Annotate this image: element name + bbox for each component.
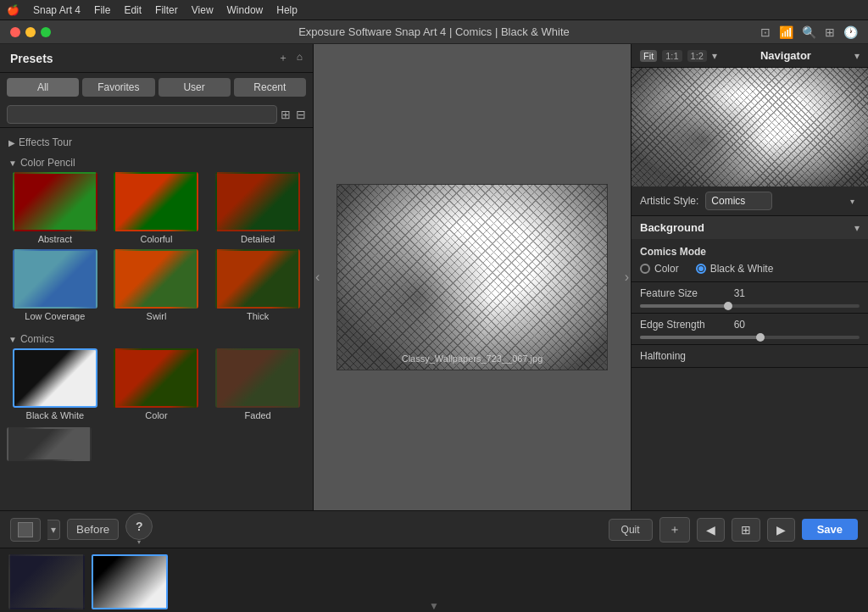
preset-abstract[interactable]: Abstract <box>7 172 103 244</box>
edge-strength-track[interactable] <box>640 336 860 339</box>
edit-menu[interactable]: Edit <box>124 4 142 16</box>
search-icons: ⊞ ⊟ <box>281 108 306 121</box>
zoom-1-1[interactable]: 1:1 <box>662 50 682 62</box>
zoom-1-2[interactable]: 1:2 <box>687 50 707 62</box>
artistic-style-select[interactable]: Comics Color Pencil Watercolor <box>705 192 772 210</box>
preview-dropdown[interactable]: ▾ <box>47 520 60 540</box>
preset-partial[interactable] <box>7 427 92 461</box>
title-bar: Exposure Software Snap Art 4 | Comics | … <box>0 20 868 44</box>
layout-button[interactable]: ⊞ <box>732 518 760 542</box>
preset-thumb-bw <box>13 348 97 408</box>
close-button[interactable] <box>10 27 20 37</box>
halftoning-label: Halftoning <box>640 350 686 362</box>
feature-size-track[interactable] <box>640 304 860 308</box>
tab-all[interactable]: All <box>7 78 79 97</box>
section-comics[interactable]: ▼ Comics <box>7 328 306 348</box>
save-button[interactable]: Save <box>802 519 858 540</box>
back-button[interactable]: ◀ <box>697 518 725 542</box>
help-menu[interactable]: Help <box>276 4 298 16</box>
preset-faded[interactable]: Faded <box>209 348 306 420</box>
navigator-title: Navigator <box>760 49 811 62</box>
radio-group: Color Black & White <box>640 263 860 275</box>
edge-strength-value: 60 <box>721 319 745 331</box>
preset-thumb-partial <box>7 427 92 461</box>
filmstrip-expand-arrow[interactable]: ▼ <box>429 600 439 612</box>
preview-button[interactable] <box>10 518 41 542</box>
preset-label-detailed: Detailed <box>241 234 275 244</box>
filmstrip-item-2[interactable] <box>92 554 168 609</box>
preset-label-colorful: Colorful <box>141 234 173 244</box>
filter-menu[interactable]: Filter <box>155 4 178 16</box>
main-layout: Presets ＋ ⌂ All Favorites User Recent ⊞ … <box>0 44 868 510</box>
artistic-style-label: Artistic Style: <box>640 195 698 207</box>
comics-label: Comics <box>20 333 54 345</box>
preset-bw[interactable]: Black & White <box>7 348 103 420</box>
comics-mode-label: Comics Mode <box>640 246 860 258</box>
preset-low-coverage[interactable]: Low Coverage <box>7 249 103 321</box>
controls-icon[interactable]: ⊞ <box>825 25 835 39</box>
preset-colorful[interactable]: Colorful <box>108 172 205 244</box>
search-bar: ⊞ ⊟ <box>0 102 313 128</box>
edge-strength-thumb[interactable] <box>756 333 765 342</box>
search-icon[interactable]: 🔍 <box>802 25 816 39</box>
apple-menu[interactable]: 🍎 <box>7 4 19 16</box>
grid-large-icon[interactable]: ⊟ <box>296 108 306 121</box>
window-menu[interactable]: Window <box>227 4 264 16</box>
window-title: Exposure Software Snap Art 4 | Comics | … <box>298 25 570 38</box>
bw-image-content <box>337 185 607 370</box>
navigator-thumbnail <box>632 68 868 186</box>
edge-strength-fill <box>640 336 760 339</box>
background-chevron[interactable]: ▾ <box>854 222 860 234</box>
feature-size-thumb[interactable] <box>724 302 732 310</box>
search-input[interactable] <box>7 105 277 124</box>
minimize-button[interactable] <box>25 27 36 37</box>
tab-recent[interactable]: Recent <box>234 78 306 97</box>
preset-color-comics[interactable]: Color <box>108 348 205 420</box>
app-menu-snapart[interactable]: Snap Art 4 <box>33 4 81 16</box>
canvas-next-arrow[interactable]: › <box>625 270 629 285</box>
radio-bw[interactable]: Black & White <box>696 263 774 275</box>
preset-label-swirl: Swirl <box>147 311 167 321</box>
view-menu[interactable]: View <box>192 4 214 16</box>
help-button[interactable]: ? <box>125 513 153 540</box>
zoom-fit[interactable]: Fit <box>640 50 657 62</box>
forward-button[interactable]: ▶ <box>767 518 795 542</box>
artistic-style-select-wrapper: Comics Color Pencil Watercolor ▾ <box>705 192 860 210</box>
preset-detailed[interactable]: Detailed <box>209 172 306 244</box>
background-section: Background ▾ Comics Mode Color Black & W… <box>632 216 868 368</box>
home-preset-icon[interactable]: ⌂ <box>297 51 303 65</box>
radio-color[interactable]: Color <box>640 263 679 275</box>
preset-swirl[interactable]: Swirl <box>108 249 205 321</box>
add-preset-icon[interactable]: ＋ <box>278 51 288 65</box>
quit-button[interactable]: Quit <box>609 519 653 541</box>
canvas-container: Classy_Wallpapers_723__067.jpg <box>337 184 608 370</box>
preset-label-faded: Faded <box>245 410 271 420</box>
nav-image-content <box>632 68 868 186</box>
toolbar-right: Quit ＋ ◀ ⊞ ▶ Save <box>609 517 858 542</box>
file-menu[interactable]: File <box>94 4 110 16</box>
clock-icon: 🕐 <box>843 25 858 39</box>
canvas-image <box>337 184 608 370</box>
filmstrip-item-1[interactable] <box>8 554 85 609</box>
section-color-pencil[interactable]: ▼ Color Pencil <box>7 152 306 172</box>
section-effects-tour[interactable]: ▶ Effects Tour <box>7 131 306 152</box>
zoom-dropdown-arrow[interactable]: ▾ <box>712 50 717 62</box>
title-bar-left <box>10 27 51 37</box>
fullscreen-button[interactable] <box>41 27 51 37</box>
preset-thick[interactable]: Thick <box>209 249 306 321</box>
canvas-prev-arrow[interactable]: ‹ <box>315 270 320 285</box>
fullscreen-icon[interactable]: ⊡ <box>760 25 771 39</box>
feature-size-section: Feature Size 31 <box>632 282 868 314</box>
artistic-style-row: Artistic Style: Comics Color Pencil Wate… <box>632 186 868 216</box>
preset-thumb-low-coverage <box>13 249 97 309</box>
add-button[interactable]: ＋ <box>659 517 690 542</box>
toolbar-left: ▾ Before ? ▾ <box>10 513 153 546</box>
before-button[interactable]: Before <box>67 519 119 540</box>
tab-user[interactable]: User <box>159 78 231 97</box>
tab-favorites[interactable]: Favorites <box>82 78 154 97</box>
preset-label-bw: Black & White <box>26 410 84 420</box>
grid-small-icon[interactable]: ⊞ <box>281 108 291 121</box>
presets-scroll[interactable]: ▶ Effects Tour ▼ Color Pencil Abstract C… <box>0 128 313 510</box>
navigator-chevron[interactable]: ▾ <box>854 50 860 62</box>
select-arrow-icon: ▾ <box>850 197 854 206</box>
